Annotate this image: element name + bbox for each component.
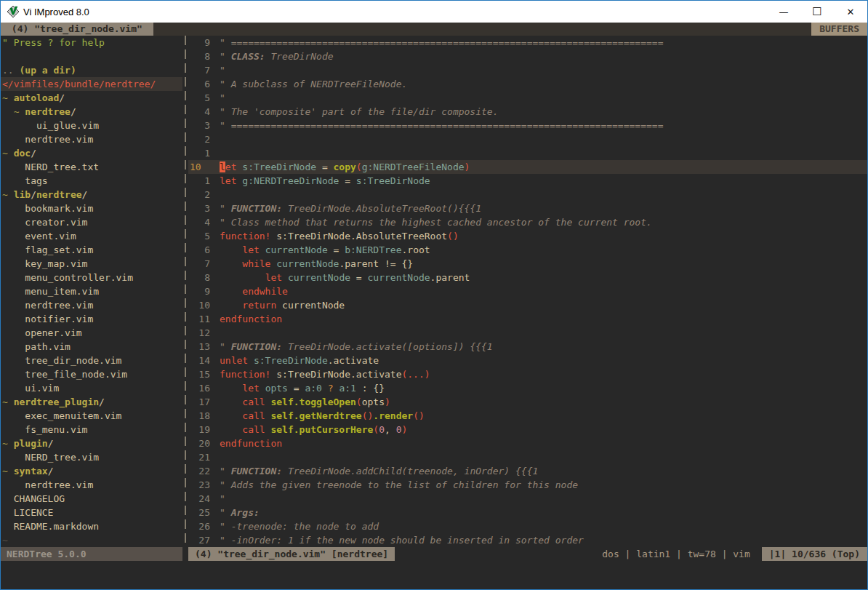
tree-item[interactable]: ~ lib/nerdtree/ xyxy=(1,188,182,202)
line-number: 8 xyxy=(188,271,210,284)
code-line[interactable]: 24" xyxy=(188,492,867,506)
minimize-button[interactable]: — xyxy=(767,1,800,23)
tree-item[interactable]: nerdtree.vim xyxy=(1,298,182,312)
tree-item[interactable]: path.vim xyxy=(1,340,182,354)
code-segment: nerdtree xyxy=(25,106,71,117)
tree-item[interactable]: ~ xyxy=(1,533,182,547)
code-line[interactable]: 11endfunction xyxy=(188,312,867,326)
code-line[interactable]: 19 call self.putCursorHere(0, 0) xyxy=(188,423,867,436)
code-line[interactable]: 6" A subclass of NERDTreeFileNode. xyxy=(188,77,867,91)
code-line[interactable]: 5" xyxy=(188,91,867,105)
tree-item[interactable]: opener.vim xyxy=(1,326,182,340)
tree-item[interactable]: ui_glue.vim xyxy=(1,119,182,132)
maximize-button[interactable]: ☐ xyxy=(800,1,834,23)
tree-item[interactable]: " Press ? for help xyxy=(1,36,182,49)
window-separator[interactable] xyxy=(182,36,188,547)
tree-item[interactable]: ~ doc/ xyxy=(1,146,182,160)
tab-buffers[interactable]: BUFFERS xyxy=(811,23,867,36)
tree-item[interactable]: </vimfiles/bundle/nerdtree/ xyxy=(1,77,182,91)
close-button[interactable]: ✕ xyxy=(834,1,867,23)
file-format-info: dos | latin1 | tw=78 | vim xyxy=(602,547,750,561)
tree-item[interactable]: ~ nerdtree_plugin/ xyxy=(1,395,182,409)
code-line[interactable]: 8 let currentNode = currentNode.parent xyxy=(188,271,867,284)
line-number: 4 xyxy=(188,215,210,229)
tree-item[interactable]: bookmark.vim xyxy=(1,202,182,215)
code-line[interactable]: 6 let currentNode = b:NERDTree.root xyxy=(188,243,867,257)
code-segment: " The 'composite' part of the file/dir c… xyxy=(220,106,499,117)
tree-item[interactable]: ~ syntax/ xyxy=(1,464,182,478)
code-segment: ~ xyxy=(2,466,14,477)
code-line[interactable]: 1let g:NERDTreeDirNode = s:TreeDirNode xyxy=(188,174,867,188)
tree-item[interactable]: event.vim xyxy=(1,229,182,243)
tree-item[interactable]: NERD_tree.txt xyxy=(1,160,182,174)
tree-item[interactable]: menu_item.vim xyxy=(1,284,182,298)
tree-item[interactable]: CHANGELOG xyxy=(1,492,182,506)
code-line[interactable]: 4" Class method that returns the highest… xyxy=(188,215,867,229)
code-line[interactable]: 10 return currentNode xyxy=(188,298,867,312)
code-line[interactable]: 13" FUNCTION: TreeDirNode.activate([opti… xyxy=(188,340,867,354)
code-segment: (...) xyxy=(401,369,430,380)
command-line[interactable] xyxy=(1,561,867,589)
tree-item[interactable]: ui.vim xyxy=(1,381,182,395)
code-line[interactable]: 20endfunction xyxy=(188,436,867,450)
code-line[interactable]: 7 while currentNode.parent != {} xyxy=(188,257,867,271)
tree-item[interactable] xyxy=(1,49,182,63)
code-line[interactable]: 7" xyxy=(188,63,867,77)
code-line[interactable]: 4" The 'composite' part of the file/dir … xyxy=(188,105,867,119)
code-line[interactable]: 17 call self.toggleOpen(opts) xyxy=(188,395,867,409)
tree-item[interactable]: ~ plugin/ xyxy=(1,436,182,450)
tab-active-buffer[interactable]: (4) "tree_dir_node.vim" xyxy=(1,23,153,36)
code-line[interactable]: 5function! s:TreeDirNode.AbsoluteTreeRoo… xyxy=(188,229,867,243)
code-line[interactable]: 2 xyxy=(188,188,867,202)
tree-item[interactable]: ~ nerdtree/ xyxy=(1,105,182,119)
tree-item[interactable]: exec_menuitem.vim xyxy=(1,409,182,423)
code-line[interactable]: 2 xyxy=(188,132,867,146)
code-line[interactable]: 3" =====================================… xyxy=(188,119,867,132)
code-line[interactable]: 21 xyxy=(188,450,867,464)
tree-item[interactable]: LICENCE xyxy=(1,506,182,519)
tree-item[interactable]: notifier.vim xyxy=(1,312,182,326)
tree-item[interactable]: tree_file_node.vim xyxy=(1,367,182,381)
code-line[interactable]: 23" Adds the given treenode to the list … xyxy=(188,478,867,492)
code-segment xyxy=(220,383,242,394)
code-line[interactable]: 16 let opts = a:0 ? a:1 : {} xyxy=(188,381,867,395)
code-line[interactable]: 27" -inOrder: 1 if the new node should b… xyxy=(188,533,867,547)
code-line[interactable]: 12 xyxy=(188,326,867,340)
line-number: 11 xyxy=(188,312,210,326)
code-line[interactable]: 1 xyxy=(188,146,867,160)
code-segment: tree_file_node.vim xyxy=(2,369,127,380)
line-number: 5 xyxy=(188,229,210,243)
code-line[interactable]: 10let s:TreeDirNode = copy(g:NERDTreeFil… xyxy=(188,160,867,174)
text-cursor: l xyxy=(220,162,225,172)
code-line[interactable]: 26" -treenode: the node to add xyxy=(188,519,867,533)
tree-item[interactable]: tags xyxy=(1,174,182,188)
code-line[interactable]: 15function! s:TreeDirNode.activate(...) xyxy=(188,367,867,381)
tree-item[interactable]: fs_menu.vim xyxy=(1,423,182,436)
code-segment: = xyxy=(328,244,345,255)
code-line[interactable]: 18 call self.getNerdtree().render() xyxy=(188,409,867,423)
tree-item[interactable]: nerdtree.vim xyxy=(1,478,182,492)
code-line[interactable]: 9 endwhile xyxy=(188,284,867,298)
code-segment: .root xyxy=(401,244,430,255)
code-line[interactable]: 25" Args: xyxy=(188,506,867,519)
tree-item[interactable]: .. (up a dir) xyxy=(1,63,182,77)
tree-item[interactable]: key_map.vim xyxy=(1,257,182,271)
tree-item[interactable]: ~ autoload/ xyxy=(1,91,182,105)
tree-item[interactable]: creator.vim xyxy=(1,215,182,229)
code-segment xyxy=(260,244,265,255)
tree-item[interactable]: flag_set.vim xyxy=(1,243,182,257)
code-segment: .activate xyxy=(328,355,379,366)
tree-item[interactable]: nerdtree.vim xyxy=(1,132,182,146)
tree-item[interactable]: README.markdown xyxy=(1,519,182,533)
code-line[interactable]: 14unlet s:TreeDirNode.activate xyxy=(188,354,867,367)
code-line[interactable]: 3" FUNCTION: TreeDirNode.AbsoluteTreeRoo… xyxy=(188,202,867,215)
code-segment: " xyxy=(220,92,225,103)
tree-item[interactable]: tree_dir_node.vim xyxy=(1,354,182,367)
tree-item[interactable]: menu_controller.vim xyxy=(1,271,182,284)
statusbar-filler xyxy=(395,547,602,561)
code-line[interactable]: 9" =====================================… xyxy=(188,36,867,49)
code-segment: " Adds the given treenode to the list of… xyxy=(220,479,578,490)
code-line[interactable]: 8" CLASS: TreeDirNode xyxy=(188,49,867,63)
code-line[interactable]: 22" FUNCTION: TreeDirNode.addChild(treen… xyxy=(188,464,867,478)
tree-item[interactable]: NERD_tree.vim xyxy=(1,450,182,464)
